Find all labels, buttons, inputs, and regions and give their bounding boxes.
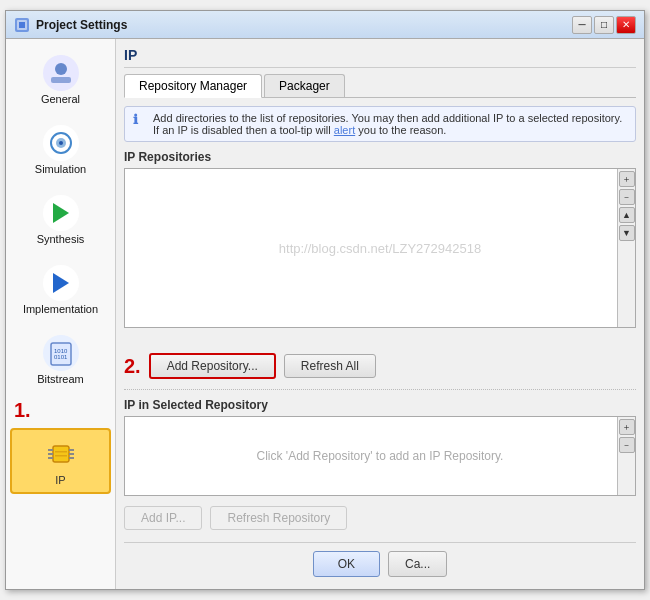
scroll-add-btn[interactable]: ＋ xyxy=(619,171,635,187)
add-repository-button[interactable]: Add Repository... xyxy=(149,353,276,379)
sidebar-item-ip[interactable]: IP xyxy=(10,428,111,494)
selected-scroll-add-btn[interactable]: ＋ xyxy=(619,419,635,435)
ip-repositories-label: IP Repositories xyxy=(124,150,636,164)
ip-icon xyxy=(45,438,77,470)
svg-rect-20 xyxy=(55,451,67,453)
panel-title: IP xyxy=(124,47,636,68)
svg-rect-16 xyxy=(48,457,53,459)
scroll-up-btn[interactable]: ▲ xyxy=(619,207,635,223)
ip-placeholder-text: Click 'Add Repository' to add an IP Repo… xyxy=(257,449,504,463)
scroll-down-btn[interactable]: ▼ xyxy=(619,225,635,241)
synthesis-icon xyxy=(47,199,75,227)
svg-rect-14 xyxy=(48,449,53,451)
maximize-button[interactable]: □ xyxy=(594,16,614,34)
svg-rect-15 xyxy=(48,453,53,455)
add-ip-button[interactable]: Add IP... xyxy=(124,506,202,530)
watermark: http://blog.csdn.net/LZY272942518 xyxy=(279,241,481,256)
sidebar-item-ip-label: IP xyxy=(55,474,65,486)
step1-badge: 1. xyxy=(14,399,31,422)
svg-rect-13 xyxy=(53,446,69,462)
simulation-icon xyxy=(47,129,75,157)
selected-repo-scrollbar: ＋ － xyxy=(617,417,635,495)
sidebar-item-implementation-label: Implementation xyxy=(23,303,98,315)
repo-scrollbar: ＋ － ▲ ▼ xyxy=(617,169,635,327)
refresh-all-button[interactable]: Refresh All xyxy=(284,354,376,378)
step1-indicator: 1. xyxy=(10,397,111,424)
svg-point-7 xyxy=(59,141,63,145)
sidebar-item-bitstream[interactable]: 1010 0101 Bitstream xyxy=(10,327,111,393)
svg-text:0101: 0101 xyxy=(54,354,68,360)
ok-button[interactable]: OK xyxy=(313,551,380,577)
main-panel: IP Repository Manager Packager ℹ Add dir… xyxy=(116,39,644,589)
window-icon xyxy=(14,17,30,33)
tab-repository-manager[interactable]: Repository Manager xyxy=(124,74,262,98)
project-settings-window: Project Settings ─ □ ✕ General xyxy=(5,10,645,590)
sidebar: General Simulation xyxy=(6,39,116,589)
tab-bar: Repository Manager Packager xyxy=(124,74,636,98)
svg-marker-8 xyxy=(53,203,69,223)
sidebar-item-simulation-label: Simulation xyxy=(35,163,86,175)
ip-in-selected-label: IP in Selected Repository xyxy=(124,398,636,412)
scroll-minus-btn[interactable]: － xyxy=(619,189,635,205)
svg-marker-9 xyxy=(53,273,69,293)
bottom-section: IP in Selected Repository Click 'Add Rep… xyxy=(124,398,636,536)
svg-rect-21 xyxy=(55,455,67,457)
svg-rect-4 xyxy=(51,77,71,83)
sidebar-item-general[interactable]: General xyxy=(10,47,111,113)
info-text: Add directories to the list of repositor… xyxy=(153,112,627,136)
sidebar-item-bitstream-label: Bitstream xyxy=(37,373,83,385)
window-title: Project Settings xyxy=(36,18,127,32)
svg-point-3 xyxy=(55,63,67,75)
svg-rect-19 xyxy=(69,457,74,459)
implementation-icon xyxy=(47,269,75,297)
ip-repositories-list: http://blog.csdn.net/LZY272942518 ＋ － ▲ … xyxy=(124,168,636,328)
ip-in-selected-list: Click 'Add Repository' to add an IP Repo… xyxy=(124,416,636,496)
close-button[interactable]: ✕ xyxy=(616,16,636,34)
sidebar-item-synthesis[interactable]: Synthesis xyxy=(10,187,111,253)
selected-scroll-minus-btn[interactable]: － xyxy=(619,437,635,453)
footer-buttons: OK Ca... xyxy=(124,542,636,581)
info-bar: ℹ Add directories to the list of reposit… xyxy=(124,106,636,142)
svg-rect-17 xyxy=(69,449,74,451)
bitstream-icon: 1010 0101 xyxy=(47,339,75,367)
cancel-button[interactable]: Ca... xyxy=(388,551,447,577)
sidebar-item-implementation[interactable]: Implementation xyxy=(10,257,111,323)
divider xyxy=(124,389,636,390)
sidebar-item-synthesis-label: Synthesis xyxy=(37,233,85,245)
info-link: alert xyxy=(334,124,355,136)
step2-badge: 2. xyxy=(124,355,141,378)
sidebar-item-general-label: General xyxy=(41,93,80,105)
ip-button-row: Add IP... Refresh Repository xyxy=(124,506,636,530)
general-icon xyxy=(47,59,75,87)
info-icon: ℹ xyxy=(133,112,147,136)
minimize-button[interactable]: ─ xyxy=(572,16,592,34)
title-bar: Project Settings ─ □ ✕ xyxy=(6,11,644,39)
svg-rect-18 xyxy=(69,453,74,455)
refresh-repository-button[interactable]: Refresh Repository xyxy=(210,506,347,530)
repo-button-row: 2. Add Repository... Refresh All xyxy=(124,353,636,379)
tab-packager[interactable]: Packager xyxy=(264,74,345,97)
sidebar-item-simulation[interactable]: Simulation xyxy=(10,117,111,183)
svg-rect-2 xyxy=(19,22,25,28)
